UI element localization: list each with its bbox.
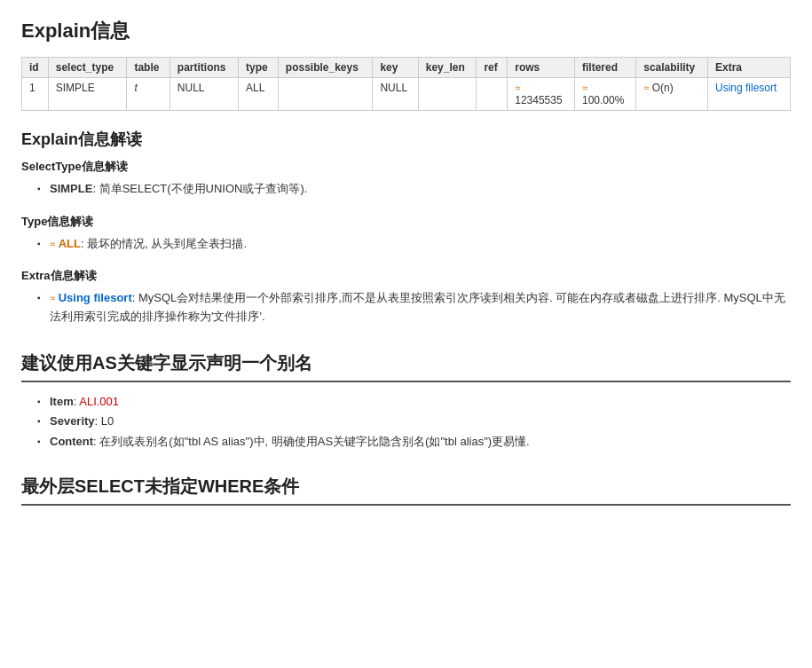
explain-info-title: Explain信息解读 bbox=[21, 129, 791, 150]
item-key-1: Severity bbox=[50, 414, 95, 428]
list-item: SIMPLE: 简单SELECT(不使用UNION或子查询等). bbox=[37, 180, 791, 198]
cell-possible-keys bbox=[278, 78, 373, 111]
cell-type: ALL bbox=[238, 78, 278, 111]
type-list: ≈ ALL: 最坏的情况, 从头到尾全表扫描. bbox=[21, 235, 791, 253]
type-title: Type信息解读 bbox=[21, 214, 791, 230]
type-value: 最坏的情况, 从头到尾全表扫描. bbox=[87, 237, 247, 250]
cell-rows: ≈ 12345535 bbox=[508, 78, 575, 111]
col-rows: rows bbox=[508, 58, 575, 78]
alias-section: 建议使用AS关键字显示声明一个别名 Item: ALI.001 Severity… bbox=[21, 351, 791, 451]
col-scalability: scalability bbox=[636, 58, 708, 78]
cell-partitions: NULL bbox=[169, 78, 238, 111]
explain-info-section: Explain信息解读 SelectType信息解读 SIMPLE: 简单SEL… bbox=[21, 129, 791, 326]
alias-section-title: 建议使用AS关键字显示声明一个别名 bbox=[21, 351, 791, 375]
filtered-value: 100.00% bbox=[582, 94, 624, 106]
select-type-value: 简单SELECT(不使用UNION或子查询等). bbox=[99, 182, 308, 195]
type-section: Type信息解读 ≈ ALL: 最坏的情况, 从头到尾全表扫描. bbox=[21, 214, 791, 253]
cell-id: 1 bbox=[22, 78, 49, 111]
item-key-2: Content bbox=[50, 435, 93, 448]
item-val-1: L0 bbox=[101, 414, 114, 428]
extra-key: Using filesort bbox=[59, 291, 132, 304]
list-item: ≈ ALL: 最坏的情况, 从头到尾全表扫描. bbox=[37, 235, 791, 253]
where-divider bbox=[21, 504, 791, 506]
col-extra: Extra bbox=[707, 58, 790, 78]
filtered-warn-icon: ≈ bbox=[582, 83, 587, 93]
select-type-key: SIMPLE bbox=[50, 182, 92, 195]
select-type-sep: : bbox=[92, 182, 99, 195]
col-possible-keys: possible_keys bbox=[278, 58, 373, 78]
alias-content: Item: ALI.001 Severity: L0 Content: 在列或表… bbox=[21, 393, 791, 451]
select-type-title: SelectType信息解读 bbox=[21, 159, 791, 175]
col-id: id bbox=[22, 58, 49, 78]
cell-extra: Using filesort bbox=[707, 78, 790, 111]
rows-warn-icon: ≈ bbox=[515, 83, 520, 93]
list-item: Content: 在列或表别名(如"tbl AS alias")中, 明确使用A… bbox=[37, 433, 791, 451]
list-item: Item: ALI.001 bbox=[37, 393, 791, 411]
where-section: 最外层SELECT未指定WHERE条件 bbox=[21, 475, 791, 506]
cell-key: NULL bbox=[373, 78, 418, 111]
col-partitions: partitions bbox=[169, 58, 238, 78]
alias-list: Item: ALI.001 Severity: L0 Content: 在列或表… bbox=[21, 393, 791, 451]
cell-filtered: ≈ 100.00% bbox=[574, 78, 635, 111]
col-key-len: key_len bbox=[418, 58, 477, 78]
extra-sep: : bbox=[132, 291, 138, 304]
explain-title: Explain信息 bbox=[21, 18, 791, 44]
list-item: Severity: L0 bbox=[37, 413, 791, 430]
rows-value: 12345535 bbox=[515, 94, 562, 106]
explain-table: id select_type table partitions type pos… bbox=[21, 57, 791, 111]
extra-title: Extra信息解读 bbox=[21, 268, 791, 284]
extra-value: MySQL会对结果使用一个外部索引排序,而不是从表里按照索引次序读到相关内容. … bbox=[50, 291, 785, 323]
item-val-2: 在列或表别名(如"tbl AS alias")中, 明确使用AS关键字比隐含别名… bbox=[99, 435, 529, 448]
col-type: type bbox=[238, 58, 278, 78]
cell-select-type: SIMPLE bbox=[48, 78, 127, 111]
type-key: ALL bbox=[59, 237, 81, 250]
col-ref: ref bbox=[477, 58, 508, 78]
extra-list: ≈ Using filesort: MySQL会对结果使用一个外部索引排序,而不… bbox=[21, 289, 791, 326]
list-item: ≈ Using filesort: MySQL会对结果使用一个外部索引排序,而不… bbox=[37, 289, 791, 326]
cell-ref bbox=[477, 78, 508, 111]
extra-warn-icon: ≈ bbox=[50, 293, 55, 303]
col-select-type: select_type bbox=[48, 58, 127, 78]
scalability-value: O(n) bbox=[652, 82, 674, 94]
col-key: key bbox=[373, 58, 418, 78]
select-type-section: SelectType信息解读 SIMPLE: 简单SELECT(不使用UNION… bbox=[21, 159, 791, 198]
item-key-0: Item bbox=[50, 395, 74, 408]
item-val-0: ALI.001 bbox=[79, 395, 119, 408]
col-filtered: filtered bbox=[574, 58, 635, 78]
type-warn-icon: ≈ bbox=[50, 239, 55, 249]
extra-info-section: Extra信息解读 ≈ Using filesort: MySQL会对结果使用一… bbox=[21, 268, 791, 326]
extra-link[interactable]: Using filesort bbox=[715, 82, 777, 94]
cell-table: t bbox=[127, 78, 169, 111]
col-table: table bbox=[127, 58, 169, 78]
alias-divider bbox=[21, 381, 791, 382]
scalability-warn-icon: ≈ bbox=[643, 83, 649, 93]
where-section-title: 最外层SELECT未指定WHERE条件 bbox=[21, 475, 791, 499]
cell-key-len bbox=[418, 78, 477, 111]
item-sep-1: : bbox=[95, 414, 101, 428]
cell-scalability: ≈ O(n) bbox=[636, 78, 708, 111]
select-type-list: SIMPLE: 简单SELECT(不使用UNION或子查询等). bbox=[21, 180, 791, 198]
table-row: 1 SIMPLE t NULL ALL NULL ≈ 12345535 ≈ 10… bbox=[22, 78, 791, 111]
